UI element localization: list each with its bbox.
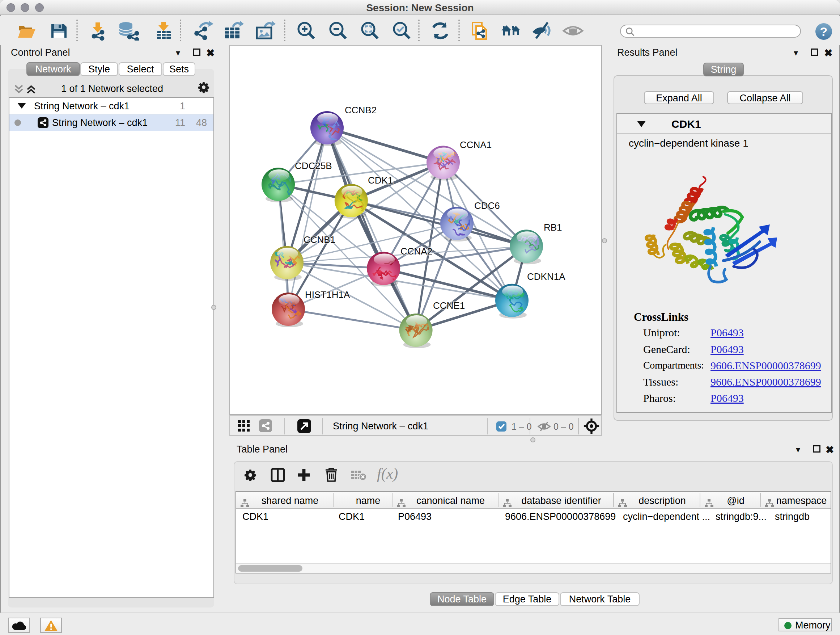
svg-text:CDKN1A: CDKN1A — [527, 271, 565, 282]
svg-text:CCNB2: CCNB2 — [345, 105, 377, 116]
svg-text:HIST1H1A: HIST1H1A — [305, 289, 350, 300]
svg-text:CDC25B: CDC25B — [295, 160, 332, 171]
svg-text:CCNB1: CCNB1 — [303, 234, 335, 245]
svg-text:CDC6: CDC6 — [474, 200, 500, 211]
svg-text:CCNA1: CCNA1 — [460, 139, 492, 150]
svg-text:CCNA2: CCNA2 — [401, 246, 432, 257]
svg-text:CDK1: CDK1 — [368, 175, 393, 186]
svg-text:RB1: RB1 — [544, 222, 562, 233]
svg-text:CCNE1: CCNE1 — [433, 300, 465, 311]
